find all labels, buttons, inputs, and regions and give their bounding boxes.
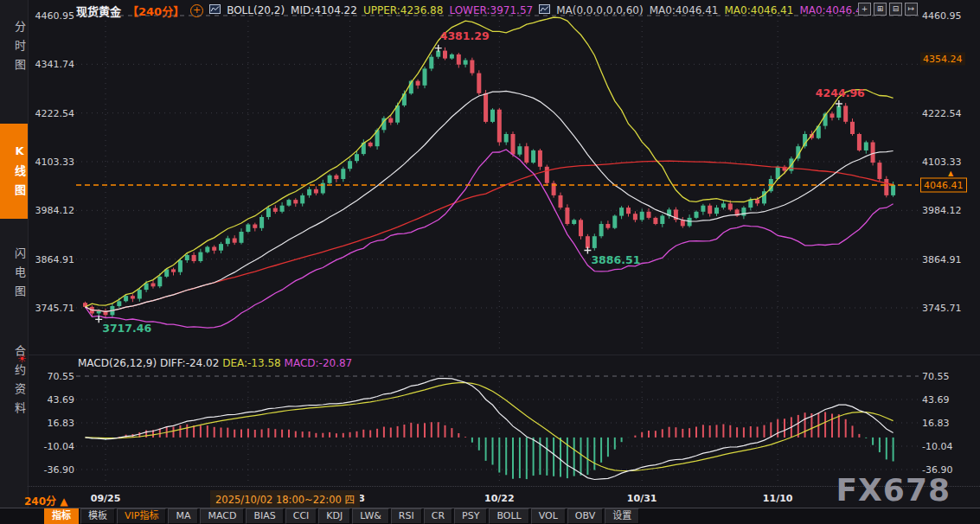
macd-chart[interactable] <box>76 363 919 486</box>
time-axis: 240分 ▲ 09/2510/1310/2210/3111/10 2025/10… <box>0 487 980 508</box>
sidebar-item-lightning-chart[interactable]: 闪电图 <box>0 232 28 315</box>
tab-vol[interactable]: VOL <box>531 508 566 524</box>
date-label: 11/10 <box>763 493 793 504</box>
date-label: 09/25 <box>91 493 121 504</box>
price-tick-left: 3984.12 <box>29 205 74 216</box>
macd-tick-right: 16.83 <box>922 417 950 428</box>
macd-tick-left: 16.83 <box>29 417 74 428</box>
tab-ma[interactable]: MA <box>168 508 198 524</box>
price-tick-right: 4103.33 <box>922 157 962 168</box>
sidebar-item-kline-chart[interactable]: K线图 <box>0 124 28 219</box>
tab-indicator[interactable]: 指标 <box>44 508 79 524</box>
tab-macd[interactable]: MACD <box>200 508 244 524</box>
macd-tick-right: 43.69 <box>922 393 950 405</box>
price-tick-right: 4460.95 <box>922 10 962 22</box>
macd-tick-left: 70.55 <box>29 371 74 382</box>
price-tick-right: 3984.12 <box>922 205 962 216</box>
tab-cr[interactable]: CR <box>424 508 452 524</box>
price-tick-right: 3864.91 <box>922 253 962 265</box>
price-tick-right: 3745.71 <box>922 303 962 314</box>
price-tick-left: 4460.95 <box>29 10 74 22</box>
tab-vip-indicator[interactable]: VIP指标 <box>117 508 166 524</box>
tab-boll[interactable]: BOLL <box>489 508 528 524</box>
macd-tick-right: 70.55 <box>922 371 950 382</box>
tab-bias[interactable]: BIAS <box>246 508 283 524</box>
tab-settings[interactable]: 设置 <box>605 508 639 524</box>
upper-price-marker: 4354.24 <box>920 53 965 66</box>
price-tick-left: 3864.91 <box>29 253 74 265</box>
macd-dea-value: DEA:-13.58 <box>222 357 281 369</box>
pane-separator <box>28 355 980 355</box>
trading-app-window: 分时图K线图闪电图合约资料 ☀ 现货黄金 【240分】 + BOLL(20,2)… <box>0 0 980 524</box>
price-tick-right: 4222.54 <box>922 107 962 118</box>
indicator-toolbar: 指标模板VIP指标MAMACDBIASCCIKDJLW&RSICRPSYBOLL… <box>0 508 980 524</box>
macd-header: MACD(26,12,9) DIFF:-24.02 DEA:-13.58 MAC… <box>78 357 352 369</box>
price-tick-left: 4103.33 <box>29 157 74 168</box>
sidebar: 分时图K线图闪电图合约资料 <box>0 0 29 508</box>
tab-template[interactable]: 模板 <box>80 508 115 524</box>
date-label: 10/31 <box>627 493 657 504</box>
tab-rsi[interactable]: RSI <box>391 508 422 524</box>
price-annotation: 3717.46 <box>102 322 151 335</box>
watermark: FX678 <box>836 472 951 508</box>
price-tick-left: 4222.54 <box>29 107 74 118</box>
tab-psy[interactable]: PSY <box>454 508 487 524</box>
macd-diff-value: MACD(26,12,9) DIFF:-24.02 <box>78 357 219 369</box>
period-dropdown[interactable]: 240分 ▲ <box>24 493 67 508</box>
price-marker-arrow-icon: ▲ <box>948 169 953 177</box>
date-label: 10/22 <box>484 493 515 504</box>
tab-cci[interactable]: CCI <box>285 508 317 524</box>
sidebar-item-time-chart[interactable]: 分时图 <box>0 7 28 86</box>
price-annotation: 3886.51 <box>591 253 640 266</box>
macd-tick-left: -10.04 <box>29 441 74 452</box>
tab-obv[interactable]: OBV <box>567 508 603 524</box>
red-alert-icon[interactable]: ☀ <box>17 354 27 364</box>
current-price-marker: 4046.41 <box>920 177 967 192</box>
sidebar-item-contract-info[interactable]: 合约资料 <box>0 325 28 436</box>
main-candlestick-chart[interactable]: 3717.464381.293886.514244.96 <box>76 10 919 355</box>
tab-kdj[interactable]: KDJ <box>318 508 350 524</box>
tab-lwr[interactable]: LW& <box>352 508 389 524</box>
macd-macd-value: MACD:-20.87 <box>285 357 353 369</box>
price-annotation: 4244.96 <box>816 86 865 99</box>
price-tick-left: 3745.71 <box>29 303 74 314</box>
price-annotation: 4381.29 <box>440 29 490 42</box>
price-tick-left: 4341.74 <box>29 59 74 70</box>
macd-tick-left: 43.69 <box>29 393 74 405</box>
bar-time-tooltip: 2025/10/02 18:00~22:00 四 <box>210 490 360 508</box>
macd-tick-right: -10.04 <box>922 441 952 452</box>
macd-tick-left: -36.90 <box>29 464 74 476</box>
